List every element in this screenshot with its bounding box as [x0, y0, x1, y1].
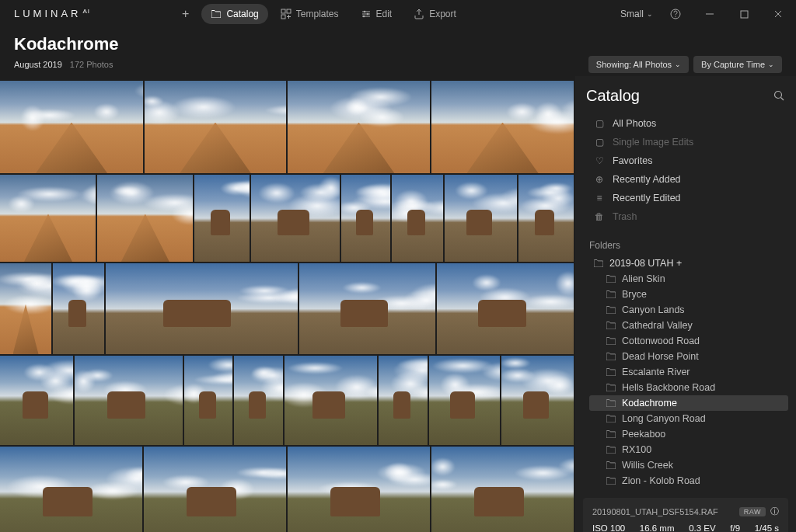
- folder-item[interactable]: Kodachrome: [589, 395, 788, 411]
- export-icon: [414, 9, 424, 19]
- photo-thumbnail[interactable]: [0, 81, 143, 173]
- photo-thumbnail[interactable]: [251, 175, 340, 262]
- photo-thumbnail[interactable]: [379, 356, 428, 445]
- folder-icon: [606, 275, 616, 283]
- svg-point-7: [675, 16, 676, 17]
- photo-thumbnail[interactable]: [0, 175, 96, 262]
- photo-thumbnail[interactable]: [431, 447, 574, 532]
- app-logo: LUMINARAI: [14, 8, 90, 19]
- photo-thumbnail[interactable]: [429, 356, 500, 445]
- photo-count: 172 Photos: [70, 60, 113, 69]
- svg-point-5: [362, 16, 365, 18]
- folder-item[interactable]: Escalante River: [589, 364, 788, 380]
- photo-thumbnail[interactable]: [97, 175, 193, 262]
- folder-label: Bryce: [622, 289, 647, 300]
- photo-thumbnail[interactable]: [299, 263, 436, 354]
- folder-icon: [606, 415, 616, 422]
- photo-thumbnail[interactable]: [145, 81, 287, 173]
- meta-focal: 16.6 mm: [640, 523, 675, 532]
- folder-label: Peekaboo: [622, 429, 665, 440]
- folder-item[interactable]: RX100: [589, 442, 788, 457]
- photo-thumbnail[interactable]: [75, 356, 182, 445]
- photo-thumbnail[interactable]: [53, 263, 104, 354]
- meta-shutter: 1/45 s: [755, 523, 779, 532]
- photo-thumbnail[interactable]: [392, 175, 442, 262]
- folder-label: Willis Creek: [622, 460, 673, 471]
- minimize-button[interactable]: [698, 4, 721, 24]
- meta-aperture: f/9: [730, 523, 740, 532]
- tab-templates[interactable]: Templates: [271, 4, 348, 24]
- tab-catalog[interactable]: Catalog: [201, 4, 267, 24]
- photo-thumbnail[interactable]: [0, 356, 73, 445]
- folder-icon: [606, 384, 616, 391]
- photo-thumbnail[interactable]: [0, 447, 142, 532]
- photo-thumbnail[interactable]: [106, 263, 298, 354]
- photo-thumbnail[interactable]: [431, 81, 574, 173]
- folder-item[interactable]: Cottonwood Road: [589, 333, 788, 349]
- page-title: Kodachrome: [14, 34, 782, 54]
- folder-label: Canyon Lands: [622, 304, 685, 315]
- folder-label: Dead Horse Point: [622, 351, 699, 362]
- raw-badge: RAW: [739, 507, 766, 516]
- folder-item[interactable]: Canyon Lands: [589, 302, 788, 318]
- sidebar-item-recentadd[interactable]: ⊕Recently Added: [589, 170, 793, 189]
- photo-thumbnail[interactable]: [234, 356, 283, 445]
- photo-thumbnail[interactable]: [184, 356, 233, 445]
- sidebar-item-allphotos[interactable]: ▢All Photos: [589, 114, 793, 133]
- tab-export[interactable]: Export: [404, 4, 466, 24]
- photo-thumbnail[interactable]: [341, 175, 390, 262]
- add-button[interactable]: +: [176, 4, 195, 24]
- filter-showing[interactable]: Showing: All Photos⌄: [588, 56, 689, 73]
- photo-thumbnail[interactable]: [437, 263, 574, 354]
- info-icon[interactable]: ⓘ: [770, 506, 779, 517]
- photo-thumbnail[interactable]: [518, 175, 574, 262]
- folder-item[interactable]: Long Canyon Road: [589, 411, 788, 426]
- sidebar-item-favorites[interactable]: ♡Favorites: [589, 151, 793, 170]
- folder-item[interactable]: Hells Backbone Road: [589, 380, 788, 395]
- folders-label: Folders: [575, 232, 796, 256]
- photo-thumbnail[interactable]: [0, 263, 51, 354]
- folder-label: Hells Backbone Road: [622, 382, 715, 393]
- filter-sort[interactable]: By Capture Time⌄: [693, 56, 782, 73]
- close-button[interactable]: [766, 4, 790, 24]
- sidebar-item-trash[interactable]: 🗑Trash: [589, 207, 793, 226]
- photo-thumbnail[interactable]: [501, 356, 574, 445]
- folder-label: Alien Skin: [622, 273, 665, 284]
- folder-item[interactable]: Alien Skin: [589, 271, 788, 287]
- photo-thumbnail[interactable]: [194, 175, 250, 262]
- sidebar-item-recentedit[interactable]: ≡Recently Edited: [589, 189, 793, 207]
- folder-label: Cathedral Valley: [622, 320, 693, 331]
- photo-thumbnail[interactable]: [445, 175, 517, 262]
- svg-rect-2: [281, 15, 285, 19]
- folder-item[interactable]: Cathedral Valley: [589, 318, 788, 333]
- help-button[interactable]: [664, 4, 687, 24]
- photo-grid: [0, 76, 575, 532]
- folder-item[interactable]: Peekaboo: [589, 426, 788, 442]
- photo-thumbnail[interactable]: [288, 81, 430, 173]
- meta-filename: 20190801_UTAH_DSF5154.RAF: [592, 507, 718, 516]
- collection-date: August 2019: [14, 60, 62, 69]
- svg-point-3: [363, 11, 365, 13]
- folder-icon: [606, 430, 616, 438]
- metadata-panel: 20190801_UTAH_DSF5154.RAF RAW ⓘ ISO 100 …: [583, 498, 788, 532]
- photo-thumbnail[interactable]: [285, 356, 377, 445]
- heart-icon: ♡: [594, 155, 605, 166]
- photo-thumbnail[interactable]: [144, 447, 286, 532]
- folder-label: Long Canyon Road: [622, 413, 706, 424]
- photo-thumbnail[interactable]: [288, 447, 430, 532]
- folder-icon: [606, 353, 616, 360]
- folder-parent[interactable]: 2019-08 UTAH +: [589, 256, 788, 271]
- folder-label: RX100: [622, 444, 651, 455]
- tab-edit[interactable]: Edit: [351, 4, 402, 24]
- folder-item[interactable]: Zion - Kolob Road: [589, 473, 788, 489]
- thumbnail-size-select[interactable]: Small⌄: [620, 9, 653, 19]
- search-icon[interactable]: [773, 90, 785, 102]
- folder-item[interactable]: Bryce: [589, 287, 788, 302]
- folder-item[interactable]: Willis Creek: [589, 457, 788, 473]
- svg-rect-1: [287, 9, 291, 13]
- folder-icon: [606, 446, 616, 454]
- folder-icon: [606, 306, 616, 314]
- sidebar-item-singleedits[interactable]: ▢Single Image Edits: [589, 133, 793, 151]
- maximize-button[interactable]: [732, 4, 756, 24]
- folder-item[interactable]: Dead Horse Point: [589, 349, 788, 364]
